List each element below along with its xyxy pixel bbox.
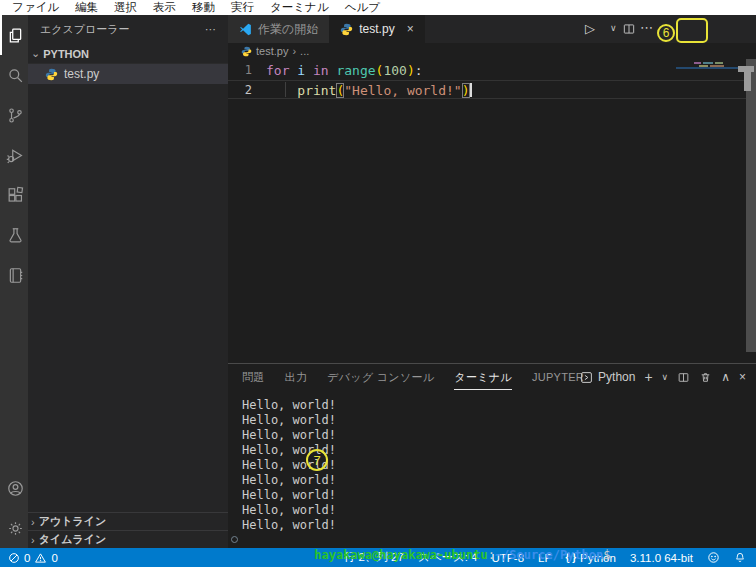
error-count: 0 — [24, 552, 30, 564]
code-text: for i in range(100): — [266, 61, 423, 80]
tab-welcome[interactable]: 作業の開始 — [228, 15, 329, 43]
scrollbar-thumb[interactable] — [744, 72, 751, 91]
prompt-dollar: $ — [603, 548, 610, 562]
launch-profile-icon — [580, 371, 593, 384]
bottom-panel: 問題出力デバッグ コンソールターミナルJUPYTER Python + ∨ ∧ — [228, 363, 756, 548]
code-text: print("Hello, world!") — [266, 81, 472, 98]
menu-item[interactable]: ヘルプ — [337, 0, 388, 15]
kill-terminal-icon[interactable] — [699, 371, 712, 384]
extensions-icon[interactable] — [0, 175, 28, 215]
tab-bar: 作業の開始 test.py × ▷ ∨ ⋯ 6 — [228, 15, 756, 43]
menu-item[interactable]: 選択 — [106, 0, 145, 15]
terminal-line: Hello, world! — [242, 413, 756, 428]
run-debug-icon[interactable] — [0, 135, 28, 175]
menu-item[interactable]: 実行 — [223, 0, 262, 15]
sidebar-section-timeline[interactable]: › タイムライン — [28, 530, 228, 548]
close-panel-icon[interactable]: × — [739, 370, 746, 384]
terminal-profile-dropdown[interactable]: Python — [580, 370, 635, 384]
panel-tab[interactable]: デバッグ コンソール — [327, 364, 434, 390]
source-control-icon[interactable] — [0, 95, 28, 135]
problems-status[interactable]: 0 0 — [8, 552, 58, 564]
activity-bar — [0, 15, 28, 548]
tab-testpy[interactable]: test.py × — [329, 15, 424, 43]
notifications-bell-icon[interactable] — [734, 551, 746, 564]
file-label: test.py — [64, 67, 99, 81]
breadcrumb-separator: › — [292, 45, 296, 57]
search-icon[interactable] — [0, 55, 28, 95]
line-number: 1 — [228, 61, 266, 80]
annotation-circle-6: 6 — [657, 24, 675, 42]
split-editor-icon[interactable] — [622, 22, 636, 36]
new-terminal-icon[interactable]: + — [644, 369, 652, 385]
vscode-logo-icon — [239, 23, 252, 36]
sidebar-empty-space — [28, 84, 228, 512]
terminal-line: Hello, world! — [242, 398, 756, 413]
code-line[interactable]: 1 for i in range(100): — [228, 61, 756, 80]
terminal-line: Hello, world! — [242, 488, 756, 503]
code-editor[interactable]: 1 for i in range(100): 2 print("Hello, w… — [228, 59, 756, 363]
section-label: PYTHON — [43, 48, 89, 60]
terminal-prompt[interactable]: hayakawa@hayakawa-ubuntu:~/Source/Python… — [242, 533, 756, 548]
python-interpreter-status[interactable]: 3.11.0 64-bit — [630, 552, 693, 564]
outline-label: アウトライン — [39, 514, 107, 529]
split-terminal-icon[interactable] — [677, 371, 690, 384]
editor-group: 作業の開始 test.py × ▷ ∨ ⋯ 6 test.py › — [228, 15, 756, 548]
breadcrumb-more[interactable]: ... — [300, 45, 309, 57]
sidebar-title: エクスプローラー — [40, 22, 130, 37]
run-dropdown-icon[interactable]: ∨ — [610, 23, 617, 33]
panel-tab[interactable]: ターミナル — [454, 364, 512, 390]
sidebar-section-outline[interactable]: › アウトライン — [28, 512, 228, 530]
prompt-colon: : — [488, 548, 495, 562]
minimap-code-mark — [715, 62, 723, 64]
terminal-line: Hello, world! — [242, 473, 756, 488]
more-actions-icon[interactable]: ⋯ — [205, 23, 216, 36]
prompt-path: ~/Source/Python — [495, 548, 603, 562]
chevron-right-icon: › — [31, 534, 35, 546]
python-file-icon — [45, 68, 58, 81]
error-icon — [8, 552, 20, 564]
sidebar-section-python[interactable]: ⌄ PYTHON — [28, 44, 228, 64]
feedback-icon[interactable] — [707, 551, 720, 564]
terminal-line: Hello, world! — [242, 428, 756, 443]
python-file-icon — [340, 23, 353, 36]
editor-scrollbar[interactable] — [746, 59, 756, 352]
tab-label: 作業の開始 — [258, 21, 318, 38]
timeline-label: タイムライン — [39, 532, 107, 547]
terminal-dropdown-icon[interactable]: ∨ — [662, 372, 669, 382]
menu-item[interactable]: ファイル — [4, 0, 67, 15]
minimap-code-mark — [703, 62, 713, 64]
account-icon[interactable] — [0, 468, 28, 508]
menu-item[interactable]: 移動 — [184, 0, 223, 15]
panel-tabs: 問題出力デバッグ コンソールターミナルJUPYTER — [242, 364, 584, 390]
terminal-line: Hello, world! — [242, 518, 756, 533]
explorer-icon[interactable] — [0, 15, 28, 55]
notebook-icon[interactable] — [0, 255, 28, 295]
warning-icon — [34, 552, 47, 564]
panel-header: 問題出力デバッグ コンソールターミナルJUPYTER Python + ∨ ∧ — [228, 364, 756, 390]
sidebar-header: エクスプローラー ⋯ — [28, 15, 228, 44]
breadcrumb-file[interactable]: test.py — [256, 45, 288, 57]
close-icon[interactable]: × — [407, 22, 414, 36]
panel-tab[interactable]: 出力 — [285, 364, 308, 390]
python-file-icon — [241, 46, 252, 57]
panel-tab[interactable]: JUPYTER — [532, 364, 584, 390]
menu-item[interactable]: 編集 — [67, 0, 106, 15]
minimap-code-mark — [694, 62, 701, 64]
annotation-circle-7: 7 — [306, 449, 328, 471]
code-line[interactable]: 2 print("Hello, world!") — [228, 80, 756, 99]
breadcrumb[interactable]: test.py › ... — [228, 43, 756, 59]
more-actions-icon[interactable]: ⋯ — [640, 20, 653, 35]
menu-item[interactable]: 表示 — [145, 0, 184, 15]
chevron-right-icon: › — [31, 516, 35, 528]
settings-gear-icon[interactable] — [0, 508, 28, 548]
menu-item[interactable]: ターミナル — [262, 0, 337, 15]
minimap[interactable] — [694, 61, 744, 121]
explorer-sidebar: エクスプローラー ⋯ ⌄ PYTHON test.py › アウトライン › タ… — [28, 15, 228, 548]
maximize-panel-icon[interactable]: ∧ — [721, 370, 730, 384]
terminal-output[interactable]: Hello, world!Hello, world!Hello, world!H… — [228, 390, 756, 548]
testing-icon[interactable] — [0, 215, 28, 255]
command-decoration-icon — [231, 536, 238, 543]
run-python-file-button[interactable]: ▷ — [585, 21, 595, 36]
panel-tab[interactable]: 問題 — [242, 364, 265, 390]
file-row-testpy[interactable]: test.py — [28, 64, 228, 84]
